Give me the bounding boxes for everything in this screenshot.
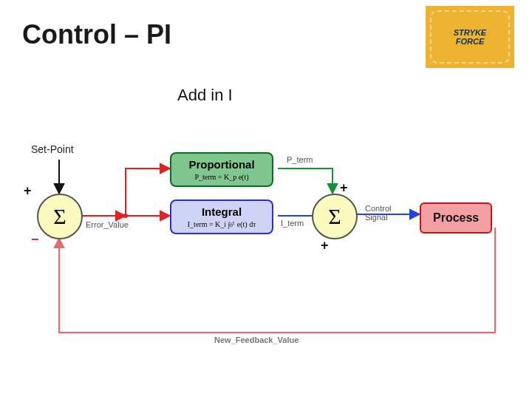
label-control-signal-1: Control [365, 204, 391, 213]
sign-plus-2a: + [340, 180, 348, 196]
label-control-signal-2: Signal [365, 213, 391, 222]
slide-subtitle: Add in I [177, 86, 233, 105]
sigma-icon: Σ [53, 204, 66, 229]
label-error: Error_Value [86, 220, 129, 229]
block-integral: Integral I_term = K_i ∫₀ᵗ e(t) dτ [170, 200, 273, 234]
svg-point-3 [123, 214, 128, 218]
sign-minus-1: − [31, 232, 39, 248]
block-process: Process [420, 202, 492, 233]
proportional-equation: P_term = K_p e(t) [179, 174, 265, 181]
slide-title: Control – PI [22, 19, 171, 50]
pi-control-diagram: Set-Point Σ + − Error_Value Proportional… [15, 140, 517, 369]
proportional-title: Proportional [179, 158, 265, 171]
summing-junction-1: Σ [37, 194, 83, 239]
sign-plus-1: + [24, 183, 32, 199]
label-setpoint: Set-Point [31, 143, 74, 155]
summing-junction-2: Σ [312, 194, 358, 239]
label-feedback: New_Feedback_Value [214, 335, 299, 344]
sign-plus-2b: + [321, 238, 329, 253]
label-control-signal: Control Signal [365, 204, 391, 222]
sigma-icon-2: Σ [328, 204, 341, 229]
gear-icon [430, 10, 510, 64]
team-logo: STRYKE FORCE [426, 6, 514, 68]
block-proportional: Proportional P_term = K_p e(t) [170, 152, 273, 187]
integral-title: Integral [179, 205, 265, 218]
label-p-term: P_term [287, 155, 313, 164]
integral-equation: I_term = K_i ∫₀ᵗ e(t) dτ [179, 221, 265, 228]
label-i-term: I_term [281, 219, 304, 228]
